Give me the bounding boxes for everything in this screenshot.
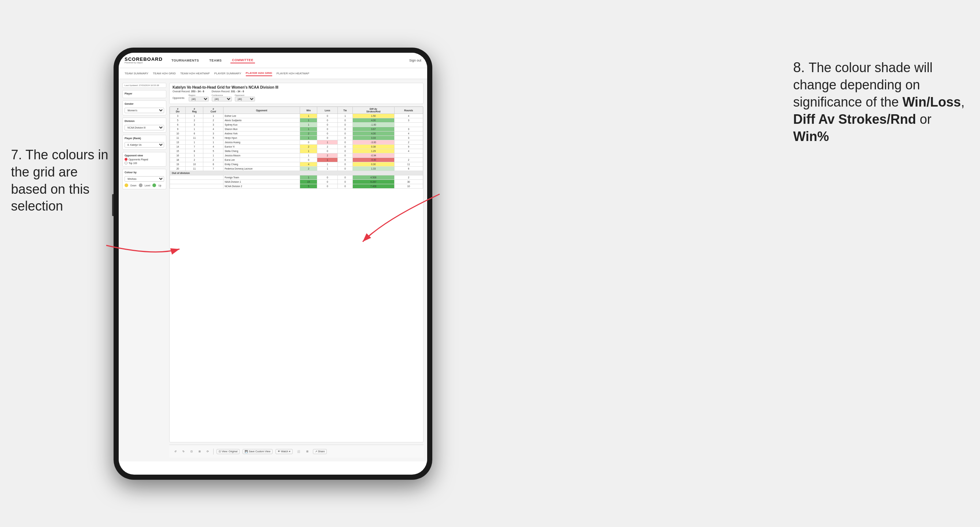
cell-win: 0 <box>300 158 317 162</box>
conference-filter: Conference (All) <box>212 94 232 102</box>
cell-opponent: Esther Lee <box>223 114 300 118</box>
cell-reg: 6 <box>185 132 203 136</box>
table-row: 16 1 1 Jessica Mason 1 2 0 -0.94 <box>170 154 423 158</box>
tab-team-summary[interactable]: TEAM SUMMARY <box>124 71 148 76</box>
tab-team-h2h-heatmap[interactable]: TEAM H2H HEATMAP <box>180 71 210 76</box>
content-header: Katelyn Vo Head-to-Head Grid for Women's… <box>169 83 423 104</box>
cell-rounds: 6 <box>394 167 423 171</box>
cell-conf: 4 <box>203 144 223 149</box>
table-row: 18 2 2 Euna Lee 0 1 0 -5.00 2 <box>170 158 423 162</box>
nav-committee[interactable]: COMMITTEE <box>231 57 255 63</box>
nav-teams[interactable]: TEAMS <box>208 58 223 63</box>
cell-reg: 1 <box>185 127 203 132</box>
cell-opponent: Andrea York <box>223 132 300 136</box>
logo-text: SCOREBOARD <box>124 57 163 62</box>
cell-tie: 0 <box>338 144 353 149</box>
app-header: SCOREBOARD Powered by clippd TOURNAMENTS… <box>119 53 427 68</box>
division-label: Division <box>124 120 164 122</box>
player-rank-section: Player (Rank) 8. Katelyn Vo <box>123 135 166 150</box>
colour-section: Colour by Win/loss Down Level Up <box>123 169 166 189</box>
colour-by-select[interactable]: Win/loss <box>124 176 164 182</box>
save-custom-btn[interactable]: 💾 Save Custom View <box>242 449 272 454</box>
tablet-screen: SCOREBOARD Powered by clippd TOURNAMENTS… <box>119 53 427 475</box>
sign-out[interactable]: Sign out <box>409 59 421 62</box>
table-row: 15 8 5 Stella Cheng 1 0 0 1.29 4 <box>170 149 423 154</box>
cell-win: 1 <box>300 114 317 118</box>
cell-reg: 1 <box>185 114 203 118</box>
cell-opponent: Jessica Mason <box>223 154 300 158</box>
cell-conf: 1 <box>203 140 223 144</box>
annotation-left-text: The colours in the grid are based on thi… <box>11 147 108 214</box>
toolbar: ↺ ↻ ⊡ ⊞ ⟳ ⊡ View: Original 💾 Save Custom… <box>169 444 423 458</box>
table-row: 11 11 5 Heejo Hyun 1 0 0 3.33 3 <box>170 136 423 140</box>
region-select[interactable]: (All) <box>189 97 209 102</box>
table-row: 13 1 1 Jessica Huang 0 1 0 -3.00 2 <box>170 140 423 144</box>
tab-player-h2h-heatmap[interactable]: PLAYER H2H HEATMAP <box>277 71 310 76</box>
cell-opponent: Euna Lee <box>223 158 300 162</box>
cell-div <box>170 184 223 189</box>
paste-btn[interactable]: ⊞ <box>197 449 202 454</box>
gender-section: Gender Women's <box>123 100 166 115</box>
gender-select[interactable]: Women's <box>124 108 164 113</box>
cell-win: 1 <box>300 123 317 127</box>
h2h-table: #Div #Reg #Conf Opponent Win Loss Tie Di… <box>170 106 423 189</box>
cell-opponent: Eunice Yi <box>223 144 300 149</box>
radio-opponents-played[interactable]: Opponents Played <box>124 158 164 161</box>
cell-opponent: Federica Domecq Lacroze <box>223 167 300 171</box>
cell-win: 1 <box>300 136 317 140</box>
colour-by-label: Colour by <box>124 171 164 174</box>
watch-btn[interactable]: 👁 Watch ▾ <box>275 449 293 454</box>
nav-tournaments[interactable]: TOURNAMENTS <box>170 58 200 63</box>
player-rank-select[interactable]: 8. Katelyn Vo <box>124 142 164 148</box>
cell-rounds: 3 <box>394 136 423 140</box>
cell-opponent: Stella Cheng <box>223 149 300 154</box>
opponent-select[interactable]: (All) <box>235 97 255 102</box>
table-row: 10 6 3 Andrea York 2 0 0 4.00 4 <box>170 132 423 136</box>
cell-win: 4 <box>300 162 317 167</box>
div-label-text: Division Record: <box>212 90 230 93</box>
cell-div: 15 <box>170 149 186 154</box>
cell-ood-win: 1 <box>300 175 317 180</box>
undo-btn[interactable]: ↺ <box>173 449 178 454</box>
cell-ood-rounds: 30 <box>394 180 423 184</box>
cell-conf: 7 <box>203 167 223 171</box>
cell-conf: 5 <box>203 136 223 140</box>
cell-opponent: Sydney Kuo <box>223 123 300 127</box>
cell-opponent: Alexis Sudjianto <box>223 118 300 123</box>
cell-ood-rounds: 10 <box>394 184 423 189</box>
cell-diff: 1.29 <box>352 149 394 154</box>
radio-top100[interactable]: Top 100 <box>124 162 164 164</box>
logo: SCOREBOARD Powered by clippd <box>124 57 163 64</box>
div-record-value: 331 - 34 - 6 <box>231 90 244 93</box>
cell-win: 1 <box>300 154 317 158</box>
cell-win: 1 <box>300 149 317 154</box>
bold-winloss: Win/Loss <box>902 94 961 110</box>
col-opponent: Opponent <box>223 107 300 114</box>
export-btn[interactable]: ⬜ <box>296 449 302 454</box>
cell-ood-name: NCAA Division 2 <box>223 184 300 189</box>
redo-btn[interactable]: ↻ <box>181 449 186 454</box>
conference-select[interactable]: (All) <box>212 97 232 102</box>
share-btn[interactable]: ↗ Share <box>313 449 327 454</box>
overall-record-label: Overall Record: 353 - 34 - 6 <box>173 90 204 93</box>
cell-rounds: 11 <box>394 162 423 167</box>
cell-div: 6 <box>170 123 186 127</box>
refresh-btn[interactable]: ⟳ <box>205 449 210 454</box>
cell-loss: 0 <box>317 118 338 123</box>
cell-reg: 11 <box>185 136 203 140</box>
grid-btn[interactable]: ⊞ <box>305 449 310 454</box>
view-original-btn[interactable]: ⊡ View: Original <box>216 449 240 454</box>
copy-btn[interactable]: ⊡ <box>189 449 194 454</box>
division-select[interactable]: NCAA Division III <box>124 125 164 130</box>
annotation-right-step: 8. <box>793 60 808 75</box>
tab-player-summary[interactable]: PLAYER SUMMARY <box>214 71 242 76</box>
cell-conf: 2 <box>203 118 223 123</box>
tab-team-h2h-grid[interactable]: TEAM H2H GRID <box>153 71 176 76</box>
opponent-view-section: Opponent view Opponents Played Top 100 <box>123 152 166 167</box>
radio-opponents-label: Opponents Played <box>129 158 148 161</box>
cell-tie: 0 <box>338 132 353 136</box>
tab-player-h2h-grid[interactable]: PLAYER H2H GRID <box>246 71 272 76</box>
toolbar-sep1 <box>213 449 213 454</box>
cell-loss: 0 <box>317 114 338 118</box>
cell-tie: 0 <box>338 158 353 162</box>
